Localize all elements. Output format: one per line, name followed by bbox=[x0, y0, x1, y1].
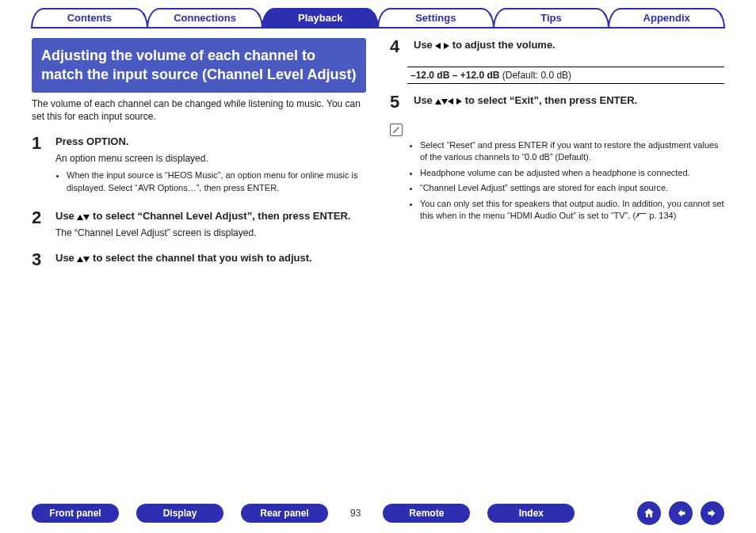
tab-tips[interactable]: Tips bbox=[493, 8, 610, 29]
top-tabs: Contents Connections Playback Settings T… bbox=[0, 0, 756, 29]
step-4: 4 Use to adjust the volume. bbox=[390, 38, 724, 55]
step-5: 5 Use to select “Exit”, then press ENTER… bbox=[390, 93, 724, 111]
page-reference[interactable]: ( p. 134) bbox=[632, 211, 676, 220]
tab-appendix[interactable]: Appendix bbox=[608, 8, 725, 29]
up-arrow-icon bbox=[435, 99, 441, 105]
step-2: 2 Use to select “Channel Level Adjust”, … bbox=[32, 209, 366, 240]
rear-panel-button[interactable]: Rear panel bbox=[241, 504, 328, 523]
note-icon bbox=[390, 124, 403, 136]
step-3: 3 Use to select the channel that you wis… bbox=[32, 251, 366, 268]
page-number: 93 bbox=[346, 508, 365, 519]
page-content: Adjusting the volume of each channel to … bbox=[0, 29, 756, 280]
notes-block bbox=[390, 122, 724, 136]
right-column: 4 Use to adjust the volume. –12.0 dB – +… bbox=[390, 38, 724, 280]
up-arrow-icon bbox=[77, 257, 83, 262]
index-button[interactable]: Index bbox=[487, 504, 575, 523]
note-item: Select “Reset” and press ENTER if you wa… bbox=[420, 139, 724, 164]
front-panel-button[interactable]: Front panel bbox=[32, 504, 119, 523]
left-column: Adjusting the volume of each channel to … bbox=[32, 38, 366, 280]
step-title: Use to adjust the volume. bbox=[414, 38, 724, 53]
step-1: 1 Press OPTION. An option menu screen is… bbox=[32, 135, 366, 198]
home-button[interactable] bbox=[637, 501, 661, 525]
section-title: Adjusting the volume of each channel to … bbox=[32, 38, 366, 93]
step-title: Use to select the channel that you wish … bbox=[55, 251, 366, 266]
step-number: 5 bbox=[390, 93, 404, 111]
note-item: Headphone volume can be adjusted when a … bbox=[420, 167, 724, 179]
step-number: 3 bbox=[32, 251, 46, 268]
step-bullet: When the input source is “HEOS Music”, a… bbox=[67, 169, 366, 194]
display-button[interactable]: Display bbox=[136, 504, 223, 523]
step-subtext: An option menu screen is displayed. bbox=[55, 152, 366, 166]
step-title: Use to select “Channel Level Adjust”, th… bbox=[55, 209, 366, 224]
tab-connections[interactable]: Connections bbox=[147, 8, 264, 29]
next-page-button[interactable] bbox=[701, 501, 724, 525]
tab-playback[interactable]: Playback bbox=[262, 8, 379, 29]
range-box: –12.0 dB – +12.0 dB (Default: 0.0 dB) bbox=[407, 67, 724, 84]
note-item: “Channel Level Adjust” settings are stor… bbox=[420, 182, 724, 194]
remote-button[interactable]: Remote bbox=[383, 504, 470, 523]
bottom-nav: Front panel Display Rear panel 93 Remote… bbox=[0, 501, 756, 525]
down-arrow-icon bbox=[441, 99, 448, 105]
step-title: Press OPTION. bbox=[55, 135, 366, 150]
up-arrow-icon bbox=[77, 215, 83, 220]
tab-settings[interactable]: Settings bbox=[377, 8, 494, 29]
notes-list: Select “Reset” and press ENTER if you wa… bbox=[409, 139, 724, 222]
step-number: 2 bbox=[32, 209, 46, 240]
prev-page-button[interactable] bbox=[669, 501, 693, 525]
left-arrow-icon bbox=[435, 43, 441, 49]
tab-contents[interactable]: Contents bbox=[31, 8, 148, 29]
intro-text: The volume of each channel can be change… bbox=[32, 97, 366, 124]
step-number: 4 bbox=[390, 38, 404, 55]
step-subtext: The “Channel Level Adjust” screen is dis… bbox=[55, 227, 366, 240]
left-arrow-icon bbox=[448, 98, 453, 105]
step-number: 1 bbox=[32, 135, 46, 198]
note-item: You can only set this for speakers that … bbox=[420, 198, 724, 223]
step-title: Use to select “Exit”, then press ENTER. bbox=[414, 93, 724, 109]
